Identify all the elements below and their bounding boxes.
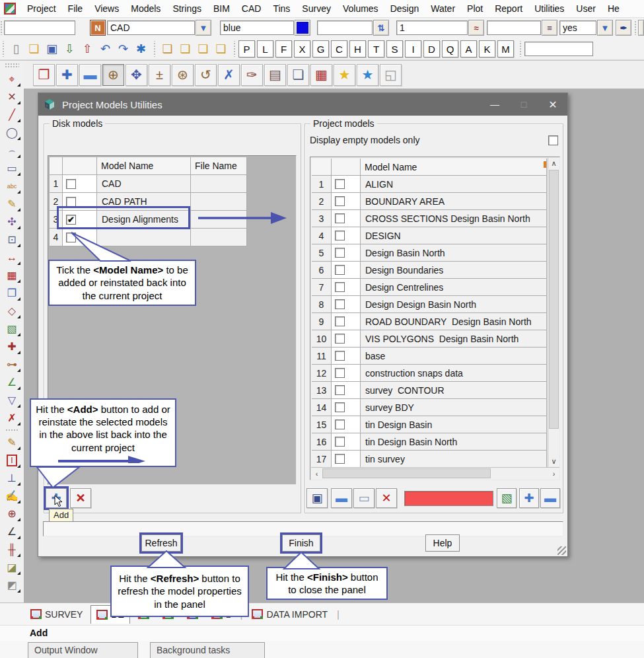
row-checkbox[interactable] bbox=[335, 248, 345, 258]
project-model-row[interactable]: 8Design Design Basin North bbox=[312, 296, 547, 313]
row-checkbox[interactable] bbox=[335, 282, 345, 292]
row-checkbox[interactable] bbox=[335, 437, 345, 447]
move-button[interactable]: ✚ bbox=[3, 338, 21, 355]
model-input[interactable] bbox=[107, 20, 195, 35]
close-button[interactable]: ✕ bbox=[538, 93, 567, 116]
measure-button[interactable]: ↔ bbox=[3, 248, 21, 266]
panel-toolbar-button[interactable]: ▦ bbox=[310, 64, 332, 86]
letter-button-d[interactable]: D bbox=[423, 40, 440, 57]
row-checkbox[interactable] bbox=[66, 197, 76, 207]
disk-model-row[interactable]: 1CAD bbox=[50, 175, 247, 193]
free-input[interactable] bbox=[4, 20, 75, 35]
help-button[interactable]: Help bbox=[425, 534, 460, 552]
project-model-row[interactable]: 1ALIGN bbox=[312, 176, 547, 193]
project-model-row[interactable]: 14survey BDY bbox=[312, 399, 547, 416]
letter-button-s[interactable]: S bbox=[386, 40, 403, 57]
scroll-down-icon[interactable]: ∨ bbox=[548, 456, 559, 467]
zoom-scale-button[interactable]: ± bbox=[149, 64, 170, 86]
menu-file[interactable]: File bbox=[62, 0, 89, 18]
menu-design[interactable]: Design bbox=[384, 0, 425, 18]
tinable-input[interactable] bbox=[559, 20, 596, 35]
name-n-button[interactable]: N bbox=[90, 20, 106, 36]
vertical-scrollbar[interactable]: ∧ ∨ bbox=[548, 158, 559, 467]
image-button[interactable]: ▧ bbox=[3, 320, 21, 338]
weight-input[interactable] bbox=[396, 20, 468, 35]
row-checkbox[interactable] bbox=[335, 385, 345, 395]
print-button[interactable]: ▤ bbox=[264, 64, 286, 86]
zoom-in-button[interactable]: ✚ bbox=[56, 64, 78, 86]
letter-button-m[interactable]: M bbox=[497, 40, 514, 57]
add-models-button[interactable]: ✚ bbox=[46, 488, 67, 508]
letter-button-f[interactable]: F bbox=[275, 40, 292, 57]
output-window-panel[interactable]: Output Window bbox=[28, 642, 138, 658]
symbol-button[interactable]: ⊕ bbox=[3, 505, 21, 523]
add-model-button[interactable]: ✚ bbox=[519, 488, 539, 508]
copy-view-button[interactable]: ❏ bbox=[287, 64, 309, 86]
project-model-row[interactable]: 7Design Centrelines bbox=[312, 279, 547, 296]
export-button[interactable]: ⇧ bbox=[79, 40, 96, 58]
edit-note-button[interactable]: ✍ bbox=[3, 487, 21, 505]
text-box-button[interactable]: I bbox=[3, 451, 21, 469]
display-empty-checkbox[interactable] bbox=[548, 135, 558, 145]
project-model-row[interactable]: 3CROSS SECTIONS Design Basin North bbox=[312, 210, 547, 227]
letter-button-g[interactable]: G bbox=[312, 40, 329, 57]
row-checkbox[interactable] bbox=[335, 368, 345, 378]
finish-button[interactable]: Finish bbox=[282, 534, 320, 552]
settings-gear-button[interactable]: ✱ bbox=[132, 40, 150, 58]
create-point-button[interactable]: ✣ bbox=[3, 213, 21, 231]
row-checkbox[interactable] bbox=[335, 351, 345, 361]
point-on-line-button[interactable]: ⊶ bbox=[3, 355, 21, 373]
menu-cad[interactable]: CAD bbox=[236, 0, 268, 18]
letter-button-q[interactable]: Q bbox=[442, 40, 458, 57]
project-model-row[interactable]: 12construction snaps data bbox=[312, 365, 547, 382]
project-model-row[interactable]: 17tin survey bbox=[312, 451, 547, 468]
menu-utilities[interactable]: Utilities bbox=[528, 0, 570, 18]
project-model-row[interactable]: 6Design Boundaries bbox=[312, 262, 547, 279]
menu-plot[interactable]: Plot bbox=[461, 0, 489, 18]
image-button[interactable]: ▧ bbox=[497, 488, 517, 508]
row-checkbox[interactable] bbox=[335, 420, 345, 429]
multicolour-line-button[interactable]: ∠ bbox=[3, 373, 21, 391]
open-folder-button[interactable]: ❏ bbox=[25, 40, 43, 58]
railway-button[interactable]: ╫ bbox=[3, 540, 21, 558]
menu-water[interactable]: Water bbox=[425, 0, 461, 18]
project-model-row[interactable]: 2BOUNDARY AREA bbox=[312, 193, 547, 210]
row-checkbox[interactable] bbox=[335, 334, 345, 344]
height-input[interactable] bbox=[317, 20, 373, 35]
row-checkbox[interactable] bbox=[335, 179, 345, 189]
letter-button-t[interactable]: T bbox=[368, 40, 384, 57]
vertical-scroll-thumb[interactable] bbox=[549, 170, 559, 429]
clipped-toolbar-button[interactable] bbox=[638, 20, 644, 36]
project-model-row[interactable]: 16tin Design Basin North bbox=[312, 433, 547, 451]
menu-he[interactable]: He bbox=[602, 0, 626, 18]
scroll-right-icon[interactable]: › bbox=[548, 468, 559, 479]
eyedropper-icon[interactable]: ✒ bbox=[616, 20, 631, 36]
null-model-button[interactable]: ▭ bbox=[353, 488, 375, 508]
zoom-out-button[interactable]: ▬ bbox=[79, 64, 101, 86]
letter-button-k[interactable]: K bbox=[479, 40, 495, 57]
horizontal-scrollbar[interactable]: ‹ › bbox=[311, 467, 559, 479]
row-checkbox[interactable] bbox=[335, 265, 345, 275]
tab-survey[interactable]: SURVEY bbox=[25, 605, 88, 624]
model-colour-field[interactable] bbox=[404, 491, 493, 506]
windows-button[interactable]: ❐ bbox=[3, 284, 21, 302]
project-model-row[interactable]: 15tin Design Basin bbox=[312, 416, 547, 433]
menu-strings[interactable]: Strings bbox=[166, 0, 207, 18]
row-checkbox[interactable] bbox=[335, 196, 345, 206]
scroll-left-icon[interactable]: ‹ bbox=[311, 468, 322, 479]
create-rectangle-button[interactable]: ▭ bbox=[3, 159, 21, 177]
letter-button-c[interactable]: C bbox=[331, 40, 347, 57]
create-arc-button[interactable]: ⌢ bbox=[3, 141, 21, 159]
row-checkbox[interactable] bbox=[66, 179, 76, 189]
background-tasks-panel[interactable]: Background tasks bbox=[150, 642, 265, 658]
colour-input[interactable] bbox=[220, 20, 294, 35]
project-model-row[interactable]: 11base bbox=[312, 347, 547, 365]
scroll-up-icon[interactable]: ∧ bbox=[548, 158, 559, 169]
pan-button[interactable]: ✥ bbox=[125, 64, 147, 86]
clean-button[interactable]: ✑ bbox=[241, 64, 263, 86]
grid-button[interactable]: ▦ bbox=[3, 266, 21, 284]
menu-project[interactable]: Project bbox=[21, 0, 62, 18]
shield-polygon-button[interactable]: ▽ bbox=[3, 391, 21, 409]
menu-bim[interactable]: BIM bbox=[207, 0, 236, 18]
project-model-row[interactable]: 5Design Basin North bbox=[312, 244, 547, 262]
